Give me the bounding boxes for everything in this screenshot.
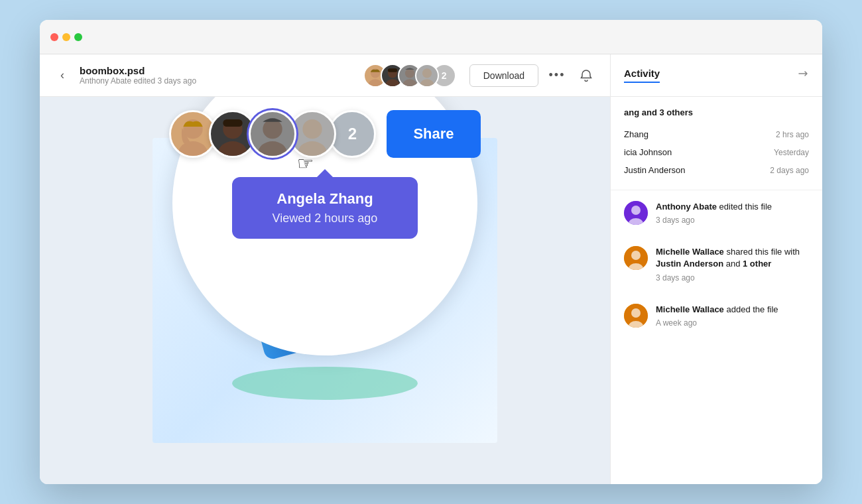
download-button[interactable]: Download	[469, 64, 538, 87]
avatar-4	[415, 64, 439, 88]
activity-text-3: Michelle Wallace added the file	[656, 304, 809, 316]
svg-point-41	[631, 308, 641, 318]
viewers-summary: ang and 3 others	[624, 107, 809, 117]
activity-avatar-michelle-1	[624, 246, 648, 270]
bell-icon	[580, 69, 593, 82]
activity-header: Activity	[611, 54, 822, 97]
main-content: ‹ boombox.psd Anthony Abate edited 3 day…	[40, 54, 822, 484]
activity-item-3: Michelle Wallace added the file A week a…	[611, 293, 822, 338]
traffic-light-red[interactable]	[50, 33, 58, 41]
svg-rect-29	[223, 119, 243, 127]
browser-window: ‹ boombox.psd Anthony Abate edited 3 day…	[40, 20, 822, 484]
svg-point-9	[232, 367, 418, 400]
viewer-item-3: Justin Anderson 2 days ago	[624, 161, 809, 179]
activity-avatar-anthony	[624, 201, 648, 225]
title-bar	[40, 20, 822, 54]
viewer-name-1: Zhang	[624, 129, 648, 139]
traffic-light-yellow[interactable]	[62, 33, 70, 41]
svg-point-1	[368, 79, 382, 86]
activity-body-1: Anthony Abate edited this file 3 days ag…	[656, 201, 809, 225]
bell-button[interactable]	[576, 65, 597, 86]
svg-point-25	[184, 119, 203, 139]
viewer-time-3: 2 days ago	[770, 166, 809, 175]
activity-text-2: Michelle Wallace shared this file with J…	[656, 246, 809, 270]
activity-body-3: Michelle Wallace added the file A week a…	[656, 304, 809, 328]
traffic-lights	[50, 33, 82, 41]
svg-point-27	[223, 119, 243, 139]
svg-rect-4	[388, 68, 397, 72]
svg-point-35	[631, 206, 641, 215]
activity-timestamp-3: A week ago	[656, 318, 809, 328]
back-button[interactable]: ‹	[53, 66, 72, 85]
boombox-svg	[199, 178, 451, 403]
activity-item-1: Anthony Abate edited this file 3 days ag…	[611, 190, 822, 235]
svg-point-38	[631, 251, 641, 260]
activity-timestamp-2: 3 days ago	[656, 273, 809, 283]
traffic-light-green[interactable]	[74, 33, 82, 41]
left-panel: ‹ boombox.psd Anthony Abate edited 3 day…	[40, 54, 610, 484]
export-icon[interactable]	[797, 68, 809, 83]
image-area: 2 Share ☞ Angela Zhang Viewed 2 hours ag…	[40, 97, 610, 484]
activity-body-2: Michelle Wallace shared this file with J…	[656, 246, 809, 282]
viewer-name-2: icia Johnson	[624, 147, 672, 157]
svg-point-30	[263, 119, 282, 139]
activity-timestamp-1: 3 days ago	[656, 216, 809, 225]
avatar-group-header[interactable]: 2	[363, 64, 456, 88]
viewer-time-2: Yesterday	[774, 148, 809, 157]
file-header: ‹ boombox.psd Anthony Abate edited 3 day…	[40, 54, 610, 97]
viewer-item-2: icia Johnson Yesterday	[624, 143, 809, 161]
svg-point-32	[303, 119, 322, 139]
svg-point-6	[402, 79, 416, 86]
svg-point-3	[385, 79, 399, 86]
activity-tab[interactable]: Activity	[624, 68, 660, 83]
svg-point-7	[422, 68, 432, 78]
file-info: boombox.psd Anthony Abate edited 3 days …	[80, 65, 196, 86]
boombox-image	[153, 138, 497, 443]
viewer-item-1: Zhang 2 hrs ago	[624, 125, 809, 143]
file-meta: Anthony Abate edited 3 days ago	[80, 76, 196, 86]
activity-avatar-michelle-2	[624, 304, 648, 328]
more-button[interactable]: •••	[546, 65, 568, 86]
svg-point-5	[405, 68, 414, 78]
activity-item-2: Michelle Wallace shared this file with J…	[611, 235, 822, 292]
viewer-name-3: Justin Anderson	[624, 165, 686, 175]
activity-text-1: Anthony Abate edited this file	[656, 201, 809, 213]
svg-point-8	[420, 79, 434, 86]
file-name: boombox.psd	[80, 65, 196, 76]
right-panel: Activity ang and 3 others Zhang 2 hrs ag…	[610, 54, 822, 484]
activity-content: ang and 3 others Zhang 2 hrs ago icia Jo…	[611, 97, 822, 484]
viewer-time-1: 2 hrs ago	[776, 130, 809, 139]
viewers-section: ang and 3 others Zhang 2 hrs ago icia Jo…	[611, 107, 822, 190]
